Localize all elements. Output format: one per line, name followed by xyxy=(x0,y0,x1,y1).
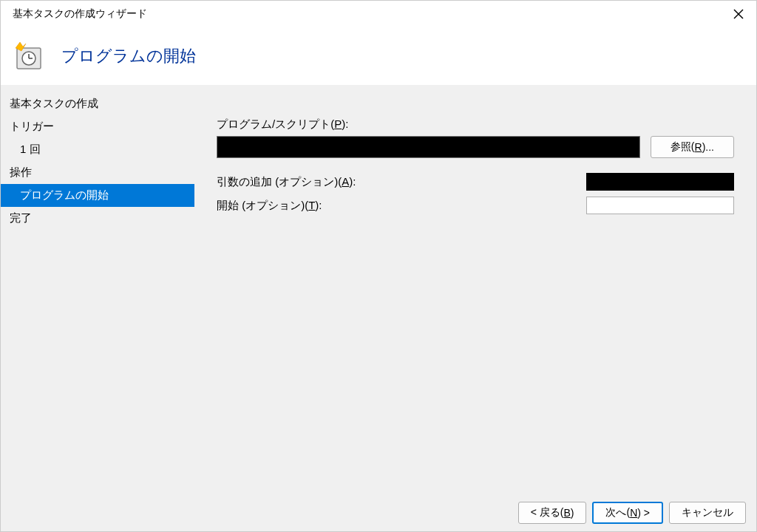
window-title: 基本タスクの作成ウィザード xyxy=(13,7,147,21)
wizard-sidebar: 基本タスクの作成 トリガー 1 回 操作 プログラムの開始 完了 xyxy=(1,91,194,494)
sidebar-item-create-basic-task[interactable]: 基本タスクの作成 xyxy=(1,92,194,115)
sidebar-item-trigger[interactable]: トリガー xyxy=(1,115,194,138)
titlebar: 基本タスクの作成ウィザード xyxy=(1,1,756,27)
wizard-footer: < 戻る(B) 次へ(N) > キャンセル xyxy=(1,494,756,531)
startin-input[interactable] xyxy=(586,197,734,214)
cancel-button[interactable]: キャンセル xyxy=(669,502,746,524)
arguments-row: 引数の追加 (オプション)(A): xyxy=(217,173,734,191)
sidebar-item-once[interactable]: 1 回 xyxy=(1,138,194,161)
back-button[interactable]: < 戻る(B) xyxy=(518,502,587,524)
close-icon xyxy=(733,9,744,19)
startin-label: 開始 (オプション)(T): xyxy=(217,199,322,213)
next-button[interactable]: 次へ(N) > xyxy=(592,502,663,524)
wizard-header-icon xyxy=(13,41,44,72)
wizard-body: 基本タスクの作成 トリガー 1 回 操作 プログラムの開始 完了 プログラム/ス… xyxy=(1,85,756,494)
clock-task-icon xyxy=(13,41,44,72)
close-button[interactable] xyxy=(730,5,747,23)
arguments-label: 引数の追加 (オプション)(A): xyxy=(217,175,356,189)
program-script-label: プログラム/スクリプト(P): xyxy=(217,117,734,132)
program-script-input[interactable] xyxy=(217,136,640,158)
sidebar-item-action[interactable]: 操作 xyxy=(1,161,194,184)
wizard-header: プログラムの開始 xyxy=(1,27,756,85)
wizard-step-title: プログラムの開始 xyxy=(61,45,196,67)
arguments-input[interactable] xyxy=(586,173,734,191)
browse-button[interactable]: 参照(R)... xyxy=(651,136,734,158)
sidebar-item-start-program[interactable]: プログラムの開始 xyxy=(1,184,194,207)
wizard-window: 基本タスクの作成ウィザード プログラムの開始 基本タスクの作成 トリガー 1 回 xyxy=(0,0,757,532)
startin-row: 開始 (オプション)(T): xyxy=(217,197,734,214)
program-script-row: 参照(R)... xyxy=(217,136,734,158)
wizard-main-panel: プログラム/スクリプト(P): 参照(R)... 引数の追加 (オプション)(A… xyxy=(194,91,756,494)
sidebar-item-finish[interactable]: 完了 xyxy=(1,207,194,230)
